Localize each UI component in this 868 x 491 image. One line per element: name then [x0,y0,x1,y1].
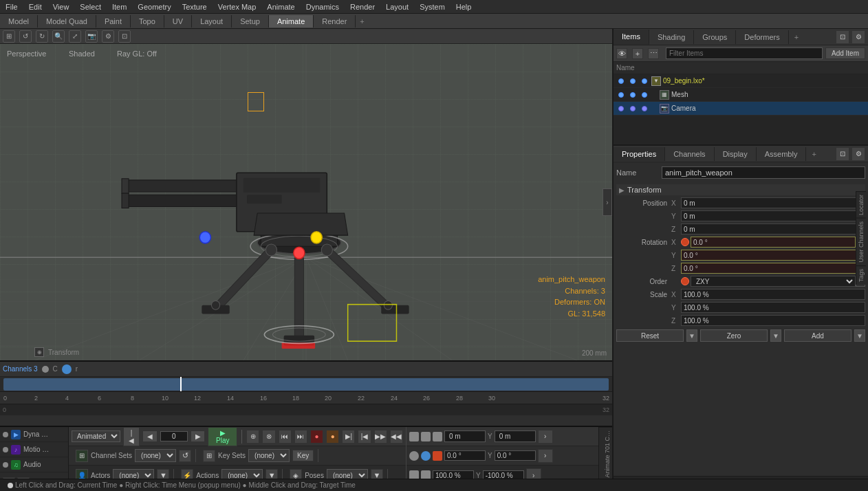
menu-item[interactable]: Item [107,1,132,12]
eye2-mesh[interactable] [628,90,638,100]
key-sets-icon[interactable]: ⊞ [203,450,215,462]
menu-edit[interactable]: Edit [23,1,47,12]
tab-props-plus[interactable]: + [806,147,821,161]
eye-mesh[interactable] [616,90,626,100]
rot-x-input[interactable] [691,237,856,248]
audio-item[interactable]: ♫ Audio [0,457,68,472]
rot-x-indicator[interactable] [681,238,689,246]
vp-icon-refresh2[interactable]: ↻ [36,30,48,43]
tab-topo[interactable]: Topo [131,15,164,28]
timeline-btn1[interactable] [42,366,49,373]
tab-layout[interactable]: Layout [192,15,232,28]
menu-texture[interactable]: Texture [177,1,213,12]
tab-items-plus[interactable]: + [789,30,804,44]
items-panel-settings[interactable]: ⚙ [851,30,865,44]
anim-arrow1[interactable]: › [538,430,553,444]
motio-item[interactable]: ♪ Motio … [0,442,68,457]
viewport-3d[interactable]: Perspective Shaded Ray GL: Off [0,44,612,360]
transform-section[interactable]: ▶ Transform [616,184,865,195]
timeline-track[interactable] [0,377,612,392]
pb-next[interactable]: ▶ [191,430,206,442]
tab-uv[interactable]: UV [164,15,192,28]
scale-y-input[interactable] [681,302,865,313]
menu-animate[interactable]: Animate [261,1,300,12]
frame-input[interactable] [160,431,188,441]
tab-properties[interactable]: Properties [614,147,665,161]
items-plus-icon[interactable]: + [632,48,643,59]
tab-items[interactable]: Items [614,30,649,45]
item-row-camera[interactable]: 📷 Camera [614,102,868,116]
vp-icon-expand[interactable]: ⊡ [118,30,131,43]
pb-icon2[interactable]: ⊗ [262,430,275,444]
items-panel-expand[interactable]: ⊡ [836,30,849,44]
dyna-item[interactable]: ▶ Dyna … [0,427,68,442]
pb-prev[interactable]: ◀ [142,430,158,442]
tab-display[interactable]: Display [715,147,757,161]
zero-arrow[interactable]: ▼ [770,329,781,342]
items-dots-icon[interactable]: ⋯ [648,48,659,59]
rot-z-input[interactable] [681,263,865,274]
pb-icon4[interactable]: |◀ [358,430,371,444]
tab-setup[interactable]: Setup [232,15,269,28]
eye3-camera[interactable] [640,104,649,113]
add-item-btn[interactable]: Add Item [825,47,865,59]
anim-icon2[interactable] [421,432,431,441]
viewport-collapse-btn[interactable]: › [603,188,612,216]
tab-paint[interactable]: Paint [96,15,131,28]
pb-icon6[interactable]: ◀◀ [390,430,403,444]
pos-x-input[interactable] [681,197,865,208]
pb-record[interactable]: ● [310,430,323,444]
eye3-mesh[interactable] [640,90,649,100]
pb-orange[interactable]: ● [326,430,339,444]
filter-items-input[interactable] [666,47,823,59]
zero-btn[interactable]: Zero [700,329,768,342]
menu-geometry[interactable]: Geometry [132,1,176,12]
tab-add[interactable]: + [356,15,368,28]
vp-icon-camera[interactable]: 📷 [85,30,98,43]
props-settings[interactable]: ⚙ [851,147,865,161]
menu-dynamics[interactable]: Dynamics [301,1,345,12]
channel-sets-dropdown[interactable]: (none) [135,449,176,462]
anim-icon3[interactable] [433,432,442,441]
anim-rotation2[interactable] [495,450,536,461]
menu-render[interactable]: Render [345,1,380,12]
anim-icon6[interactable] [433,451,442,461]
timeline-btn2[interactable] [62,364,72,374]
vp-icon-fit[interactable]: ⤢ [69,30,81,43]
eye-camera[interactable] [616,104,626,113]
rot-y-input[interactable] [681,250,865,261]
anim-arrow2[interactable]: › [538,449,553,463]
vtab-locator[interactable]: Locator [856,191,866,218]
eye2-camera[interactable] [628,104,638,113]
tab-deformers[interactable]: Deformers [736,30,788,44]
channel-sets-icon[interactable]: ⊞ [76,450,88,462]
eye2-scene[interactable] [628,76,638,86]
scale-z-input[interactable] [681,315,865,326]
tab-model-quad[interactable]: Model Quad [38,15,96,28]
key-btn[interactable]: Key [292,450,314,461]
reset-arrow[interactable]: ▼ [686,329,697,342]
anim-icon5[interactable] [421,451,431,461]
menu-select[interactable]: Select [74,1,107,12]
anim-rotation1[interactable] [444,450,486,461]
vp-icon-settings[interactable]: ⚙ [102,30,114,43]
order-dropdown[interactable]: ZXY [691,276,856,287]
anim-input2[interactable]: 0 m [495,430,536,442]
tab-assembly[interactable]: Assembly [757,147,807,161]
menu-file[interactable]: File [0,1,23,12]
pos-y-input[interactable] [681,210,865,221]
tab-channels[interactable]: Channels [665,147,714,161]
vtab-user-channels[interactable]: User Channels [856,218,866,265]
add-btn[interactable]: Add [784,329,851,342]
tab-model[interactable]: Model [0,15,38,28]
anim-icon1[interactable] [409,432,419,441]
vtab-tags[interactable]: Tags [856,265,866,285]
items-visibility-icon[interactable]: 👁 [616,48,627,59]
vp-icon-refresh[interactable]: ↺ [19,30,32,43]
menu-system[interactable]: System [414,1,451,12]
tab-render[interactable]: Render [314,15,356,28]
menu-help[interactable]: Help [451,1,477,12]
pb-icon5[interactable]: ▶▶ [374,430,387,444]
props-expand[interactable]: ⊡ [836,147,849,161]
menu-vertex-map[interactable]: Vertex Map [213,1,262,12]
